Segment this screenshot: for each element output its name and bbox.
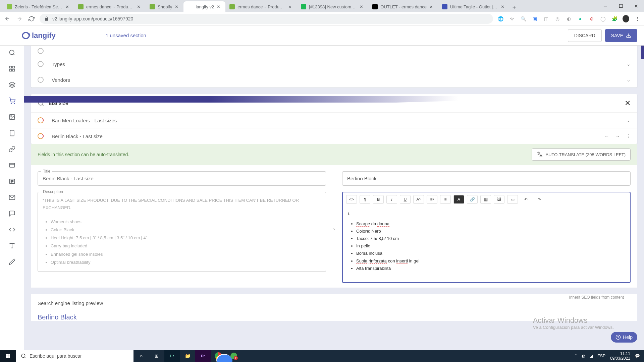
network-icon[interactable]: ◢ — [590, 354, 593, 358]
browser-tab[interactable]: langify v2✕ — [183, 1, 225, 12]
browser-tab[interactable]: Shopify✕ — [146, 1, 183, 12]
browser-tab[interactable]: ermes dance ~ Products ~ ✕ — [74, 1, 146, 12]
close-tab-icon[interactable]: ✕ — [137, 4, 142, 9]
product-row[interactable]: Bari Men Loafers - Last sizes ⌄ — [31, 112, 637, 128]
align-button[interactable]: ≡ — [440, 195, 451, 204]
mobile-nav-icon[interactable] — [8, 129, 16, 137]
translate-icon[interactable]: 🌐 — [497, 15, 504, 22]
translated-title-field[interactable] — [342, 171, 631, 186]
save-button[interactable]: SAVE — [605, 29, 637, 42]
table-button[interactable]: ▦ — [480, 195, 491, 204]
close-tab-icon[interactable]: ✕ — [65, 4, 70, 9]
bookmark-icon[interactable]: ☆ — [508, 15, 515, 22]
edit-nav-icon[interactable] — [8, 258, 16, 265]
clock[interactable]: 11:11 09/03/2021 — [610, 351, 630, 361]
layers-nav-icon[interactable] — [8, 81, 16, 88]
puzzle-icon[interactable]: 🧩 — [611, 15, 618, 22]
link-button[interactable]: 🔗 — [467, 195, 478, 204]
cart-nav-icon[interactable] — [8, 97, 16, 105]
close-tab-icon[interactable]: ✕ — [288, 4, 293, 9]
app-pr-icon[interactable]: Pr — [195, 350, 211, 362]
browser-tabstrip: Zeleris - Telefónica Servicio✕ermes danc… — [0, 0, 644, 12]
type-nav-icon[interactable] — [8, 242, 16, 249]
video-button[interactable]: ▭ — [507, 195, 518, 204]
auto-translate-button[interactable]: AUTO-TRANSLATE (398 WORDS LEFT) — [532, 148, 631, 161]
bold-button[interactable]: B — [373, 195, 384, 204]
editor-content[interactable]: i. Scarpe da donnaColore: NeroTacco: 7,5… — [343, 207, 630, 282]
undo-button[interactable]: ↶ — [521, 195, 531, 204]
start-button[interactable] — [0, 350, 16, 362]
ext3-icon[interactable]: ◎ — [554, 15, 561, 22]
paragraph-button[interactable]: ¶ — [360, 195, 370, 204]
rich-text-editor[interactable]: <> ¶ B I U Aᴬ ≡• ≡ A 🔗 ▦ 🖼 ▭ ↶ ↷ — [342, 192, 631, 283]
minimize-button[interactable]: ─ — [598, 0, 613, 12]
close-window-button[interactable]: ✕ — [629, 0, 644, 12]
link-nav-icon[interactable] — [8, 145, 16, 153]
reload-button[interactable] — [28, 15, 36, 23]
svg-point-2 — [9, 50, 14, 55]
zoom-icon[interactable]: 🔍 — [520, 15, 527, 22]
maximize-button[interactable]: ☐ — [613, 0, 629, 12]
taskview-icon[interactable]: ⊞ — [149, 350, 164, 362]
code-nav-icon[interactable] — [8, 226, 16, 233]
close-tab-icon[interactable]: ✕ — [175, 4, 179, 9]
italic-button[interactable]: I — [386, 195, 397, 204]
search-nav-icon[interactable] — [8, 49, 16, 56]
browser-tab[interactable]: OUTLET - ermes dance✕ — [368, 1, 438, 12]
profile-avatar[interactable] — [623, 15, 629, 22]
svg-point-8 — [14, 103, 14, 104]
chrome-icon[interactable] — [211, 350, 226, 362]
svg-rect-12 — [9, 163, 14, 167]
vendors-accordion[interactable]: Vendors ⌄ — [31, 72, 637, 87]
image-button[interactable]: 🖼 — [494, 195, 504, 204]
close-tab-icon[interactable]: ✕ — [360, 4, 364, 9]
browser-tab[interactable]: [#13398] New customer me✕ — [297, 1, 368, 12]
clear-search-button[interactable]: ✕ — [625, 99, 631, 108]
dashboard-nav-icon[interactable] — [8, 65, 16, 72]
mail-nav-icon[interactable] — [8, 194, 16, 201]
ul-button[interactable]: ≡• — [427, 195, 437, 204]
underline-button[interactable]: U — [400, 195, 411, 204]
wifi-icon[interactable]: ◐ — [582, 354, 585, 358]
close-tab-icon[interactable]: ✕ — [501, 4, 505, 9]
new-tab-button[interactable]: + — [509, 3, 519, 12]
back-button[interactable] — [3, 15, 11, 23]
browser-tab[interactable]: Zeleris - Telefónica Servicio✕ — [3, 1, 74, 12]
form-nav-icon[interactable] — [8, 162, 16, 169]
grammarly-icon[interactable]: ● — [577, 15, 584, 22]
close-tab-icon[interactable]: ✕ — [429, 4, 434, 9]
types-accordion[interactable]: Types ⌄ — [31, 56, 637, 72]
ext1-icon[interactable]: ▣ — [531, 15, 538, 22]
discard-button[interactable]: DISCARD — [568, 29, 602, 42]
cortana-icon[interactable]: ○ — [133, 350, 149, 362]
browser-tab[interactable]: Ultime Taglie - Outlet | adid✕ — [438, 1, 509, 12]
explorer-icon[interactable]: 📁 — [180, 350, 195, 362]
translated-title-input[interactable] — [342, 172, 630, 185]
ext4-icon[interactable]: ◐ — [566, 15, 572, 22]
lang-indicator[interactable]: ESP — [597, 354, 605, 358]
close-tab-icon[interactable]: ✕ — [217, 4, 221, 9]
code-view-button[interactable]: <> — [346, 195, 357, 204]
image-nav-icon[interactable] — [8, 113, 16, 121]
color-button[interactable]: A — [453, 195, 464, 204]
tray-chevron-icon[interactable]: ˄ — [575, 354, 577, 358]
help-button[interactable]: Help — [611, 332, 637, 343]
ext7-icon[interactable]: ◯ — [600, 15, 606, 22]
notifications-icon[interactable]: 💬 — [635, 354, 640, 358]
app-lr-icon[interactable]: Lr — [164, 350, 180, 362]
ext2-icon[interactable]: ◫ — [543, 15, 549, 22]
chat-nav-icon[interactable] — [8, 210, 16, 217]
fontsize-button[interactable]: Aᴬ — [413, 195, 424, 204]
adblock-icon[interactable]: ⊘ — [588, 15, 595, 22]
prev-item-button[interactable]: ← — [604, 133, 609, 139]
redo-button[interactable]: ↷ — [534, 195, 545, 204]
list-nav-icon[interactable] — [8, 178, 16, 185]
browser-tab[interactable]: ermes dance ~ Products ~ ✕ — [225, 1, 297, 12]
forward-button[interactable] — [15, 15, 23, 23]
next-item-button[interactable]: → — [615, 133, 620, 139]
taskbar-search[interactable]: Escribe aquí para buscar — [16, 350, 133, 362]
product-row[interactable]: Berlin Black - Last size ← → ⋮ — [31, 128, 637, 144]
more-menu-button[interactable]: ⋮ — [626, 133, 631, 139]
address-bar[interactable]: v2.langify-app.com/products/16597920 — [40, 14, 493, 24]
menu-icon[interactable]: ⋮ — [634, 15, 641, 22]
